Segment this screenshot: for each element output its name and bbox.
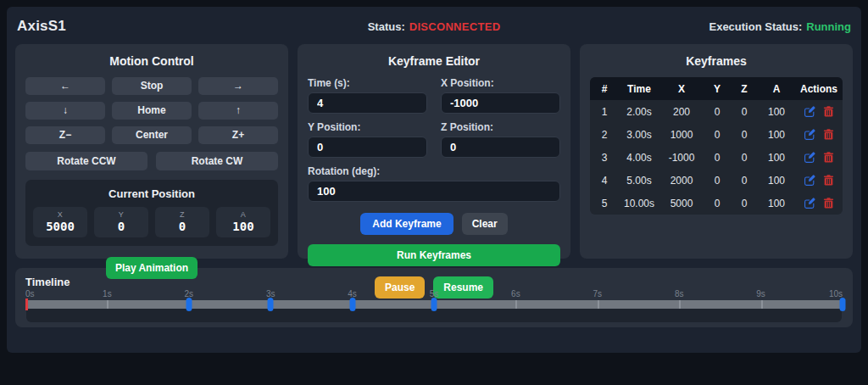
field-label: Rotation (deg):: [308, 165, 560, 177]
motion-button[interactable]: Home: [112, 102, 192, 120]
timeline-tick-label: 8s: [675, 289, 684, 299]
kf-y: 0: [704, 106, 731, 118]
current-position-box: Current Position X 5000 Y 0 Z 0 A 100: [25, 180, 278, 246]
timeline-tick-label: 7s: [593, 289, 603, 299]
timeline-playhead[interactable]: [25, 299, 28, 310]
timeline-tick: [107, 300, 108, 309]
kf-time: 2.00s: [619, 106, 659, 118]
kf-num: 2: [590, 129, 619, 141]
timeline-tick-label: 6s: [511, 289, 520, 299]
panels-row: Motion Control ← Stop → ↓ Home ↑ Z− Cent…: [7, 41, 861, 259]
keyframe-editor-panel: Keyframe Editor Time (s): X Position: Y …: [298, 44, 570, 259]
delete-icon[interactable]: [823, 129, 834, 140]
current-position-title: Current Position: [33, 187, 270, 200]
kf-z: 0: [731, 198, 758, 209]
kf-num: 3: [590, 152, 619, 164]
axis-label: A: [216, 210, 270, 219]
motion-button[interactable]: Z−: [25, 126, 105, 144]
rotate-button[interactable]: Rotate CW: [156, 152, 278, 170]
field-input[interactable]: [441, 137, 560, 158]
position-cell: Z 0: [155, 207, 209, 237]
timeline-widget[interactable]: 0s1s2s3s4s5s6s7s8s9s10s: [25, 289, 843, 325]
run-keyframes-button[interactable]: Run Keyframes: [308, 244, 560, 266]
kf-num: 1: [590, 106, 619, 118]
kf-time: 10.00s: [619, 198, 659, 209]
axis-label: Z: [155, 210, 209, 219]
edit-icon[interactable]: [804, 129, 815, 140]
edit-icon[interactable]: [804, 106, 815, 117]
axis-value: 100: [216, 220, 270, 233]
editor-field: Z Position:: [441, 121, 560, 158]
field-label: Y Position:: [308, 121, 427, 133]
motion-button[interactable]: ←: [25, 77, 105, 95]
keyframes-panel: Keyframes # Time X Y Z A Actions 1 2.00s…: [580, 44, 853, 259]
play-animation-button[interactable]: Play Animation: [106, 257, 198, 279]
kf-a: 100: [758, 129, 795, 141]
axis-value: 5000: [33, 220, 87, 233]
motion-grid: ← Stop → ↓ Home ↑ Z− Center Z+: [25, 77, 278, 144]
column-header: A: [758, 83, 795, 95]
timeline-tick-label: 9s: [756, 289, 765, 299]
keyframe-marker[interactable]: [268, 298, 274, 311]
delete-icon[interactable]: [823, 106, 834, 117]
field-label: X Position:: [441, 77, 560, 89]
motion-button[interactable]: ↑: [198, 102, 278, 120]
rotate-row: Rotate CCW Rotate CW: [25, 152, 278, 170]
rotate-button[interactable]: Rotate CCW: [25, 152, 147, 170]
kf-z: 0: [731, 129, 758, 141]
panel-title: Keyframe Editor: [308, 54, 560, 68]
edit-icon[interactable]: [804, 152, 815, 163]
position-cell: A 100: [216, 207, 270, 237]
delete-icon[interactable]: [823, 198, 834, 209]
field-input[interactable]: [308, 137, 427, 158]
editor-field: X Position:: [441, 77, 560, 114]
column-header: Y: [704, 83, 731, 95]
exec-status-value: Running: [806, 20, 851, 33]
kf-x: 2000: [659, 175, 704, 187]
timeline-tick-label: 0s: [25, 289, 35, 299]
field-input[interactable]: [441, 92, 560, 114]
table-row: 2 3.00s 1000 0 0 100: [590, 123, 843, 146]
edit-icon[interactable]: [804, 198, 815, 209]
kf-a: 100: [758, 152, 795, 164]
column-header: Actions: [795, 83, 843, 95]
panel-title: Keyframes: [590, 54, 843, 68]
clear-button[interactable]: Clear: [462, 213, 508, 235]
field-input[interactable]: [308, 181, 560, 202]
field-label: Time (s):: [308, 77, 427, 89]
motion-button[interactable]: Stop: [112, 77, 192, 95]
keyframe-marker[interactable]: [840, 298, 846, 311]
column-header: #: [590, 83, 619, 95]
page-title: AxisS1: [17, 18, 368, 35]
exec-status-label: Execution Status:: [709, 20, 802, 33]
keyframe-marker[interactable]: [431, 298, 437, 311]
timeline-tick: [679, 300, 681, 309]
delete-icon[interactable]: [823, 175, 834, 186]
axis-label: X: [33, 210, 87, 219]
panel-title: Motion Control: [25, 54, 278, 68]
motion-button[interactable]: Z+: [198, 126, 278, 144]
keyframes-table: # Time X Y Z A Actions 1 2.00s 200 0 0 1…: [590, 77, 843, 215]
motion-button[interactable]: Center: [112, 126, 192, 144]
delete-icon[interactable]: [823, 152, 834, 163]
column-header: X: [659, 83, 704, 95]
kf-time: 5.00s: [619, 175, 659, 187]
table-header: # Time X Y Z A Actions: [590, 77, 843, 100]
timeline-tick: [761, 300, 763, 309]
motion-button[interactable]: ↓: [25, 102, 105, 120]
timeline-tick: [515, 300, 517, 309]
kf-a: 100: [758, 106, 795, 118]
kf-y: 0: [704, 152, 731, 164]
axis-label: Y: [94, 210, 148, 219]
motion-button[interactable]: →: [198, 77, 278, 95]
table-row: 4 5.00s 2000 0 0 100: [590, 169, 843, 192]
kf-x: 5000: [659, 198, 704, 209]
add-keyframe-button[interactable]: Add Keyframe: [360, 213, 453, 235]
table-row: 1 2.00s 200 0 0 100: [590, 100, 843, 123]
column-header: Time: [619, 83, 659, 95]
keyframe-marker[interactable]: [186, 298, 192, 311]
field-input[interactable]: [308, 92, 427, 114]
edit-icon[interactable]: [804, 175, 815, 186]
keyframe-marker[interactable]: [349, 298, 355, 311]
axis-value: 0: [155, 220, 209, 233]
